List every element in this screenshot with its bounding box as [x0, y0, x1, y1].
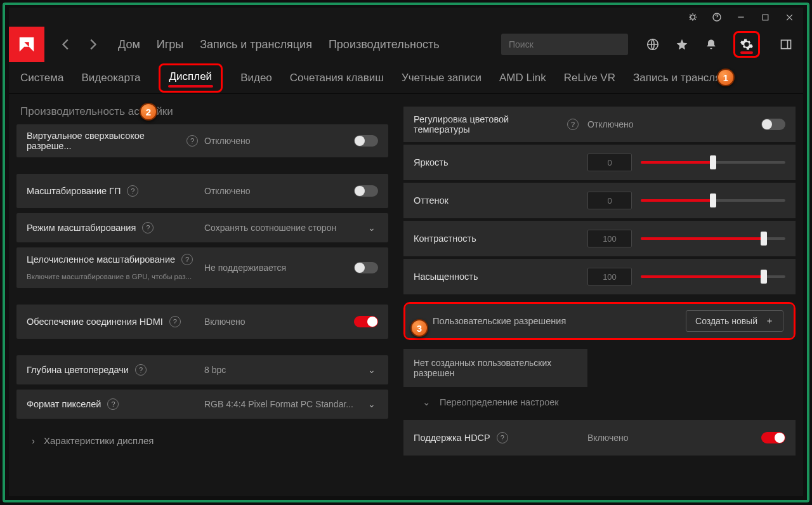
colortemp-value: Отключено	[587, 119, 752, 129]
row-pixel-format[interactable]: Формат пикселей? RGB 4:4:4 Pixel Format …	[16, 390, 388, 419]
bug-icon[interactable]	[688, 12, 698, 22]
pix-value: RGB 4:4:4 Pixel Format PC Standar...	[204, 399, 359, 409]
colortemp-label: Регулировка цветовой температуры	[414, 114, 561, 134]
display-specs-label: Характеристики дисплея	[44, 435, 154, 446]
search-box[interactable]	[501, 34, 628, 55]
help-icon[interactable]: ?	[187, 135, 198, 147]
settings-button-highlight[interactable]	[733, 31, 760, 58]
section-title: Производительность астройки	[20, 105, 384, 118]
top-nav: Дом Игры Запись и трансляция Производите…	[118, 38, 440, 51]
custom-resolutions-highlight: ⌄ Пользовательские разрешения Создать но…	[403, 302, 796, 340]
bell-icon[interactable]	[704, 37, 718, 51]
tab-display[interactable]: Дисплей	[159, 63, 223, 93]
nav-games[interactable]: Игры	[157, 38, 183, 51]
custom-res-title: Пользовательские разрешения	[433, 316, 677, 326]
row-brightness: Яркость 0	[403, 145, 796, 180]
chevron-right-icon: ›	[32, 435, 35, 446]
help-icon[interactable]: ?	[497, 432, 508, 443]
topbar: Дом Игры Запись и трансляция Производите…	[9, 27, 803, 62]
scalemode-value: Сохранять соотношение сторон	[204, 223, 359, 233]
help-icon[interactable]: ?	[135, 364, 147, 376]
contrast-slider[interactable]	[641, 232, 785, 245]
globe-icon[interactable]	[646, 37, 660, 51]
gear-icon	[740, 37, 754, 51]
right-panel: Регулировка цветовой температуры? Отключ…	[396, 94, 803, 496]
plus-icon: ＋	[765, 315, 774, 327]
star-icon[interactable]	[675, 37, 689, 51]
help-icon[interactable]: ?	[169, 316, 181, 327]
chevron-down-icon: ⌄	[422, 397, 431, 407]
brightness-slider[interactable]	[641, 156, 785, 169]
colortemp-toggle[interactable]	[761, 119, 785, 130]
row-scale-mode[interactable]: Режим масштабирования? Сохранять соотнош…	[16, 213, 388, 242]
row-contrast: Контрастность 100	[403, 221, 796, 256]
saturation-label: Насыщенность	[414, 272, 579, 282]
brightness-label: Яркость	[414, 157, 579, 167]
contrast-num[interactable]: 100	[587, 230, 632, 247]
svg-point-0	[691, 15, 695, 20]
minimize-icon[interactable]	[736, 12, 746, 22]
nav-back-icon[interactable]	[56, 37, 76, 51]
hue-num[interactable]: 0	[587, 192, 632, 209]
tab-video[interactable]: Видео	[240, 72, 272, 84]
close-icon[interactable]	[784, 12, 794, 22]
help-icon[interactable]: ?	[567, 119, 579, 130]
hdcp-toggle[interactable]	[761, 432, 785, 443]
brightness-num[interactable]: 0	[587, 154, 632, 171]
intscale-sub: Включите масштабирование в GPU, чтобы ра…	[27, 273, 192, 282]
tab-gpu[interactable]: Видеокарта	[81, 72, 140, 84]
badge-2: 2	[140, 103, 157, 121]
row-gpu-scaling: Масштабирование ГП? Отключено	[16, 174, 388, 208]
row-hue: Оттенок 0	[403, 183, 796, 218]
tab-amdlink[interactable]: AMD Link	[499, 72, 546, 84]
hue-label: Оттенок	[414, 195, 579, 206]
saturation-num[interactable]: 100	[587, 268, 632, 285]
help-icon[interactable]: ?	[142, 222, 154, 233]
contrast-label: Контрастность	[414, 233, 579, 244]
vsr-label: Виртуальное сверхвысокое разреше...	[27, 131, 180, 151]
maximize-icon[interactable]	[760, 12, 770, 22]
depth-value: 8 bpc	[204, 365, 359, 375]
nav-forward-icon[interactable]	[82, 37, 103, 51]
tab-hotkeys[interactable]: Сочетания клавиш	[290, 72, 384, 84]
help-icon[interactable]: ?	[107, 398, 119, 410]
settings-tabs: Система Видеокарта Дисплей Видео Сочетан…	[9, 62, 803, 94]
chevron-down-icon[interactable]: ⌄	[365, 365, 378, 375]
help-icon[interactable]: ?	[127, 185, 138, 197]
nav-stream[interactable]: Запись и трансляция	[200, 38, 312, 51]
tab-rec[interactable]: Запись и трансляц	[633, 72, 727, 84]
saturation-slider[interactable]	[641, 270, 785, 283]
badge-1: 1	[717, 69, 735, 86]
chevron-down-icon[interactable]: ⌄	[365, 223, 378, 233]
gpuscale-value: Отключено	[204, 186, 348, 196]
hue-slider[interactable]	[641, 194, 785, 207]
amd-logo[interactable]	[9, 27, 44, 62]
vsr-toggle[interactable]	[354, 135, 378, 147]
help-icon[interactable]	[712, 12, 722, 22]
gpuscale-label: Масштабирование ГП	[27, 186, 121, 196]
svg-rect-2	[763, 15, 768, 20]
create-new-button[interactable]: Создать новый ＋	[686, 310, 783, 332]
gpuscale-toggle[interactable]	[354, 185, 378, 197]
sidebar-toggle-icon[interactable]	[779, 37, 793, 51]
hdcp-value: Включено	[587, 433, 752, 443]
nav-home[interactable]: Дом	[118, 38, 140, 51]
hdmi-toggle[interactable]	[354, 316, 378, 327]
svg-rect-5	[782, 40, 791, 48]
override-expander[interactable]: ⌄ Переопределение настроек	[403, 387, 796, 417]
intscale-toggle[interactable]	[354, 262, 378, 273]
nav-perf[interactable]: Производительность	[329, 38, 440, 51]
row-int-scaling: Целочисленное масштабирование? Включите …	[16, 247, 388, 288]
titlebar	[9, 8, 803, 27]
tab-relive[interactable]: ReLive VR	[564, 72, 615, 84]
tab-system[interactable]: Система	[20, 72, 63, 84]
row-color-depth[interactable]: Глубина цветопередачи? 8 bpc ⌄	[16, 355, 388, 384]
help-icon[interactable]: ?	[181, 254, 193, 265]
row-color-temp: Регулировка цветовой температуры? Отключ…	[403, 107, 796, 142]
hdmi-value: Включено	[204, 317, 348, 327]
search-input[interactable]	[508, 39, 621, 50]
tab-accounts[interactable]: Учетные записи	[402, 72, 481, 84]
left-panel: Производительность астройки Виртуальное …	[9, 94, 396, 496]
chevron-down-icon[interactable]: ⌄	[365, 399, 378, 409]
display-specs-expander[interactable]: › Характеристики дисплея	[16, 424, 388, 452]
